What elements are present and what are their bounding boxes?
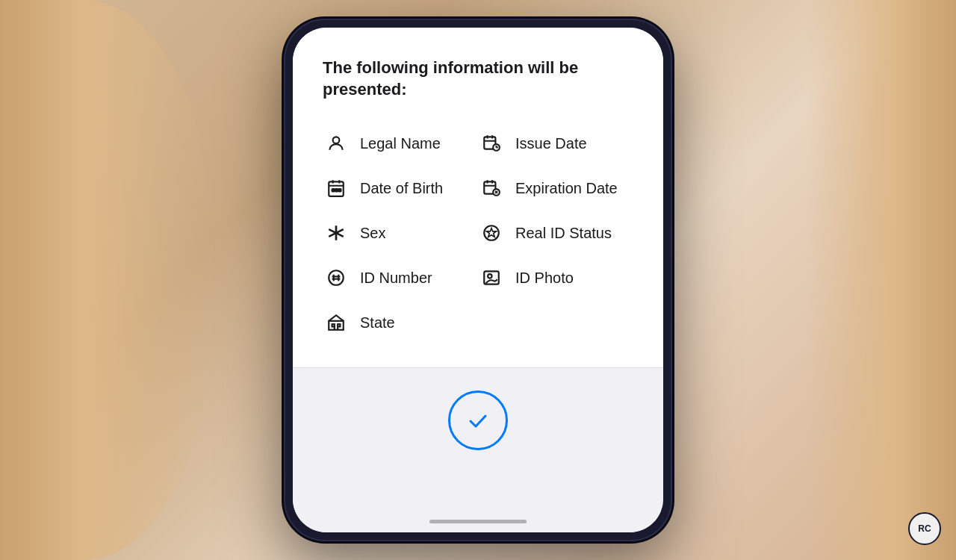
person-icon xyxy=(323,130,350,157)
issue-date-icon xyxy=(478,130,505,157)
svg-rect-17 xyxy=(332,324,335,326)
left-column: Legal Name xyxy=(323,121,478,345)
building-icon xyxy=(323,309,350,336)
list-item: State xyxy=(323,300,478,345)
screen-top: The following information will be presen… xyxy=(293,28,663,367)
list-item: Expiration Date xyxy=(478,166,633,211)
list-item: Date of Birth xyxy=(323,166,478,211)
legal-name-label: Legal Name xyxy=(360,135,441,152)
screen-bottom xyxy=(293,367,663,532)
svg-point-36 xyxy=(488,274,491,278)
expiration-date-icon xyxy=(478,175,505,202)
list-item: Issue Date xyxy=(478,121,633,166)
id-photo-label: ID Photo xyxy=(515,270,574,287)
id-photo-icon xyxy=(478,264,505,291)
real-id-status-label: Real ID Status xyxy=(515,225,612,242)
hand-right xyxy=(807,0,956,560)
check-circle[interactable] xyxy=(448,391,508,450)
svg-rect-7 xyxy=(338,189,341,191)
svg-point-11 xyxy=(329,270,344,285)
screen-title: The following information will be presen… xyxy=(323,57,633,100)
hand-left xyxy=(0,0,209,560)
watermark: RC xyxy=(908,512,941,545)
hash-icon xyxy=(323,264,350,291)
date-of-birth-label: Date of Birth xyxy=(360,180,443,197)
phone-screen: The following information will be presen… xyxy=(293,28,663,532)
home-indicator xyxy=(429,520,527,523)
right-column: Issue Date xyxy=(478,121,633,345)
calendar-icon xyxy=(323,175,350,202)
sex-label: Sex xyxy=(360,225,385,242)
checkmark-icon xyxy=(463,405,493,435)
asterisk-icon xyxy=(323,220,350,246)
list-item: ID Number xyxy=(323,255,478,300)
id-number-label: ID Number xyxy=(360,270,432,287)
list-item: ID Photo xyxy=(478,255,633,300)
info-grid: Legal Name xyxy=(323,121,633,345)
issue-date-label: Issue Date xyxy=(515,135,587,152)
state-label: State xyxy=(360,314,395,332)
list-item: Legal Name xyxy=(323,121,478,166)
svg-point-0 xyxy=(333,137,340,144)
svg-rect-18 xyxy=(338,324,340,326)
phone-wrapper: The following information will be presen… xyxy=(269,11,687,549)
expiration-date-label: Expiration Date xyxy=(515,180,618,197)
svg-rect-6 xyxy=(335,189,338,191)
phone: The following information will be presen… xyxy=(284,19,672,541)
svg-rect-5 xyxy=(332,189,335,191)
list-item: Sex xyxy=(323,211,478,255)
svg-rect-16 xyxy=(329,321,344,330)
real-id-status-icon xyxy=(478,220,505,246)
list-item: Real ID Status xyxy=(478,211,633,255)
svg-marker-34 xyxy=(487,228,497,237)
